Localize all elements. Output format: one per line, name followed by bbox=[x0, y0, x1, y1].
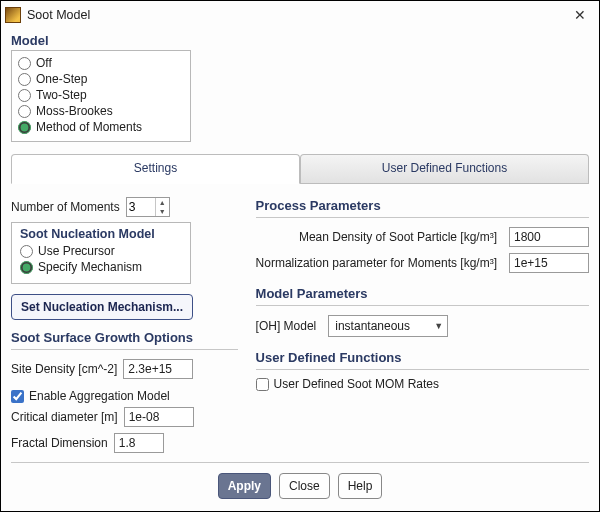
help-button[interactable]: Help bbox=[338, 473, 383, 499]
oh-model-select[interactable]: instantaneous ▼ bbox=[328, 315, 448, 337]
moments-spinner[interactable]: ▲ ▼ bbox=[126, 197, 170, 217]
model-two-step-label: Two-Step bbox=[36, 88, 87, 102]
critical-diameter-label: Critical diameter [m] bbox=[11, 410, 118, 424]
mean-density-label: Mean Density of Soot Particle [kg/m³] bbox=[256, 230, 503, 244]
critical-diameter-input[interactable] bbox=[124, 407, 194, 427]
model-mom-label: Method of Moments bbox=[36, 120, 142, 134]
chevron-down-icon: ▼ bbox=[434, 321, 443, 331]
dialog-footer: Apply Close Help bbox=[11, 462, 589, 511]
site-density-input[interactable] bbox=[123, 359, 193, 379]
close-icon[interactable]: ✕ bbox=[567, 5, 593, 25]
nucleation-specify-label: Specify Mechanism bbox=[38, 260, 142, 274]
tab-bar: Settings User Defined Functions bbox=[11, 154, 589, 184]
model-one-step-radio[interactable] bbox=[18, 73, 31, 86]
moments-step-down[interactable]: ▼ bbox=[156, 207, 169, 216]
oh-model-label: [OH] Model bbox=[256, 319, 323, 333]
nucleation-specify-radio[interactable] bbox=[20, 261, 33, 274]
model-radio-group: Off One-Step Two-Step Moss-Brookes Metho… bbox=[11, 50, 191, 142]
settings-panel: Number of Moments ▲ ▼ Soot Nucleation Mo… bbox=[11, 194, 589, 462]
model-moss-brookes-radio[interactable] bbox=[18, 105, 31, 118]
moments-input[interactable] bbox=[127, 198, 155, 216]
model-off-radio[interactable] bbox=[18, 57, 31, 70]
tab-settings[interactable]: Settings bbox=[11, 154, 300, 184]
process-params-title: Process Parameters bbox=[256, 198, 589, 213]
aggregation-label: Enable Aggregation Model bbox=[29, 389, 170, 403]
nucleation-precursor-radio[interactable] bbox=[20, 245, 33, 258]
growth-separator bbox=[11, 349, 238, 350]
growth-title: Soot Surface Growth Options bbox=[11, 330, 238, 345]
app-icon bbox=[5, 7, 21, 23]
title-bar: Soot Model ✕ bbox=[1, 1, 599, 29]
model-two-step-radio[interactable] bbox=[18, 89, 31, 102]
model-mom-radio[interactable] bbox=[18, 121, 31, 134]
model-one-step-label: One-Step bbox=[36, 72, 87, 86]
udf-section-title: User Defined Functions bbox=[256, 350, 589, 365]
udf-separator bbox=[256, 369, 589, 370]
window-title: Soot Model bbox=[27, 8, 567, 22]
moments-step-up[interactable]: ▲ bbox=[156, 198, 169, 207]
oh-model-value: instantaneous bbox=[335, 319, 410, 333]
left-column: Number of Moments ▲ ▼ Soot Nucleation Mo… bbox=[11, 194, 238, 462]
normalization-label: Normalization parameter for Moments [kg/… bbox=[256, 256, 503, 270]
model-moss-brookes-label: Moss-Brookes bbox=[36, 104, 113, 118]
nucleation-precursor-label: Use Precursor bbox=[38, 244, 115, 258]
aggregation-checkbox[interactable] bbox=[11, 390, 24, 403]
right-column: Process Parameters Mean Density of Soot … bbox=[256, 194, 589, 462]
tab-udf[interactable]: User Defined Functions bbox=[300, 154, 589, 183]
close-button[interactable]: Close bbox=[279, 473, 330, 499]
nucleation-group: Soot Nucleation Model Use Precursor Spec… bbox=[11, 222, 191, 284]
process-separator bbox=[256, 217, 589, 218]
normalization-input[interactable] bbox=[509, 253, 589, 273]
dialog-content: Model Off One-Step Two-Step Moss-Brookes… bbox=[1, 29, 599, 511]
model-section-title: Model bbox=[11, 33, 589, 48]
fractal-dimension-input[interactable] bbox=[114, 433, 164, 453]
moments-row: Number of Moments ▲ ▼ bbox=[11, 197, 238, 217]
moments-label: Number of Moments bbox=[11, 200, 120, 214]
fractal-dimension-label: Fractal Dimension bbox=[11, 436, 108, 450]
apply-button[interactable]: Apply bbox=[218, 473, 271, 499]
model-params-separator bbox=[256, 305, 589, 306]
site-density-label: Site Density [cm^-2] bbox=[11, 362, 117, 376]
model-params-title: Model Parameters bbox=[256, 286, 589, 301]
mean-density-input[interactable] bbox=[509, 227, 589, 247]
set-nucleation-mechanism-button[interactable]: Set Nucleation Mechanism... bbox=[11, 294, 193, 320]
model-off-label: Off bbox=[36, 56, 52, 70]
udf-rates-checkbox[interactable] bbox=[256, 378, 269, 391]
udf-rates-label: User Defined Soot MOM Rates bbox=[274, 377, 439, 391]
dialog-window: Soot Model ✕ Model Off One-Step Two-Step… bbox=[0, 0, 600, 512]
nucleation-title: Soot Nucleation Model bbox=[20, 227, 182, 241]
